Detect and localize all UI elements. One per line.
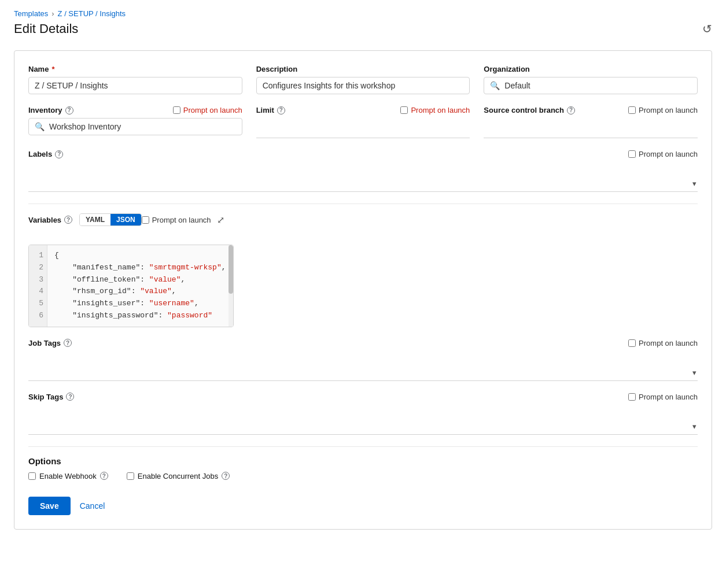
variables-prompt-checkbox[interactable] xyxy=(142,216,149,224)
skip-tags-prompt-checkbox[interactable] xyxy=(628,393,636,401)
row-skip-tags: Skip Tags ? Prompt on launch ▾ xyxy=(28,393,698,435)
description-label-row: Description xyxy=(256,65,470,73)
inventory-help-icon[interactable]: ? xyxy=(65,106,73,114)
labels-help-icon[interactable]: ? xyxy=(55,150,63,158)
breadcrumb-templates[interactable]: Templates xyxy=(14,9,48,18)
json-toggle-btn[interactable]: JSON xyxy=(110,214,141,225)
page-title-row: Edit Details ↺ xyxy=(14,21,712,36)
enable-concurrent-checkbox[interactable] xyxy=(127,472,134,480)
name-label: Name xyxy=(28,65,49,73)
col-source-branch: Source control branch ? Prompt on launch xyxy=(484,106,698,138)
inventory-header: Inventory ? Prompt on launch xyxy=(28,106,242,114)
col-organization: Organization 🔍 xyxy=(484,65,698,94)
labels-caret-icon: ▾ xyxy=(692,179,696,188)
organization-label-row: Organization xyxy=(484,65,698,73)
row-inventory-limit-branch: Inventory ? Prompt on launch 🔍 xyxy=(28,106,698,138)
skip-tags-prompt-label[interactable]: Prompt on launch xyxy=(628,393,698,401)
job-tags-caret-icon: ▾ xyxy=(692,368,696,377)
inventory-prompt-label[interactable]: Prompt on launch xyxy=(173,106,242,114)
save-button[interactable]: Save xyxy=(28,497,71,515)
job-tags-dropdown[interactable]: ▾ xyxy=(28,365,698,381)
options-row: Enable Webhook ? Enable Concurrent Jobs … xyxy=(28,472,698,480)
variables-toggle-group: YAML JSON xyxy=(79,213,142,226)
name-label-row: Name * xyxy=(28,65,242,73)
limit-help-icon[interactable]: ? xyxy=(277,106,285,114)
row-labels: Labels ? Prompt on launch ▾ xyxy=(28,150,698,192)
organization-input-wrapper: 🔍 xyxy=(484,77,698,94)
limit-header: Limit ? Prompt on launch xyxy=(256,106,470,114)
organization-input[interactable] xyxy=(504,81,691,90)
job-tags-help-icon[interactable]: ? xyxy=(64,339,72,347)
skip-tags-label: Skip Tags xyxy=(28,393,63,401)
skip-tags-dropdown[interactable]: ▾ xyxy=(28,419,698,435)
limit-input[interactable] xyxy=(256,121,470,138)
inventory-input[interactable] xyxy=(49,122,236,131)
variables-help-icon[interactable]: ? xyxy=(64,216,72,224)
description-input[interactable] xyxy=(263,81,464,90)
code-lines: 1 2 3 4 5 6 { "manifest_name": "smrtmgmt… xyxy=(29,245,233,327)
name-input[interactable] xyxy=(35,81,236,90)
labels-dropdown[interactable]: ▾ xyxy=(28,176,698,192)
divider-1 xyxy=(28,204,698,204)
source-branch-help-icon[interactable]: ? xyxy=(567,106,575,114)
source-branch-prompt-label[interactable]: Prompt on launch xyxy=(628,106,698,114)
job-tags-label: Job Tags xyxy=(28,339,61,347)
breadcrumb-current[interactable]: Z / SETUP / Insights xyxy=(58,9,126,18)
code-content[interactable]: { "manifest_name": "smrtmgmt-wrksp", "of… xyxy=(47,245,233,327)
enable-webhook-label: Enable Webhook xyxy=(39,472,97,480)
required-star: * xyxy=(51,65,54,73)
variables-label-group: Variables ? YAML JSON xyxy=(28,213,142,226)
job-tags-prompt-checkbox[interactable] xyxy=(628,339,636,347)
col-name: Name * xyxy=(28,65,242,94)
enable-concurrent-help-icon[interactable]: ? xyxy=(222,472,230,480)
inventory-search-icon: 🔍 xyxy=(35,122,45,131)
labels-label: Labels xyxy=(28,150,52,158)
limit-prompt-checkbox[interactable] xyxy=(400,106,408,114)
page-title: Edit Details xyxy=(14,21,78,36)
source-branch-input[interactable] xyxy=(484,121,698,138)
labels-header-row: Labels ? Prompt on launch xyxy=(28,150,698,158)
enable-webhook-option[interactable]: Enable Webhook ? xyxy=(28,472,108,480)
row-job-tags: Job Tags ? Prompt on launch ▾ xyxy=(28,339,698,381)
enable-webhook-help-icon[interactable]: ? xyxy=(100,472,108,480)
variables-code-editor[interactable]: 1 2 3 4 5 6 { "manifest_name": "smrtmgmt… xyxy=(28,245,234,327)
page-wrapper: Templates › Z / SETUP / Insights Edit De… xyxy=(0,0,726,588)
job-tags-header: Job Tags ? Prompt on launch xyxy=(28,339,698,347)
row-variables: Variables ? YAML JSON Prompt on launch ⤢ xyxy=(28,213,698,327)
line-numbers: 1 2 3 4 5 6 xyxy=(29,245,47,327)
inventory-prompt-checkbox[interactable] xyxy=(173,106,180,114)
yaml-toggle-btn[interactable]: YAML xyxy=(80,214,110,225)
variables-prompt-label[interactable]: Prompt on launch xyxy=(142,216,211,224)
inventory-label: Inventory xyxy=(28,106,62,114)
code-scrollbar-track[interactable] xyxy=(229,245,233,327)
job-tags-prompt-label[interactable]: Prompt on launch xyxy=(628,339,698,347)
labels-prompt-label[interactable]: Prompt on launch xyxy=(628,150,698,158)
col-description: Description xyxy=(256,65,470,94)
limit-label-group: Limit ? xyxy=(256,106,285,114)
description-label: Description xyxy=(256,65,298,73)
revert-icon[interactable]: ↺ xyxy=(702,22,712,36)
cancel-button[interactable]: Cancel xyxy=(80,501,105,511)
form-card: Name * Description Organization xyxy=(14,50,712,530)
name-input-wrapper xyxy=(28,77,242,94)
labels-prompt-checkbox[interactable] xyxy=(628,150,636,158)
skip-tags-header: Skip Tags ? Prompt on launch xyxy=(28,393,698,401)
limit-prompt-label[interactable]: Prompt on launch xyxy=(400,106,470,114)
source-branch-prompt-checkbox[interactable] xyxy=(628,106,636,114)
breadcrumb: Templates › Z / SETUP / Insights xyxy=(14,9,712,18)
enable-concurrent-label: Enable Concurrent Jobs xyxy=(138,472,218,480)
variables-header-row: Variables ? YAML JSON Prompt on launch ⤢ xyxy=(28,213,224,226)
options-title: Options xyxy=(28,456,698,466)
source-branch-label: Source control branch xyxy=(484,106,564,114)
col-limit: Limit ? Prompt on launch xyxy=(256,106,470,138)
enable-concurrent-option[interactable]: Enable Concurrent Jobs ? xyxy=(127,472,230,480)
expand-icon[interactable]: ⤢ xyxy=(217,215,224,225)
options-section: Options Enable Webhook ? Enable Concurre… xyxy=(28,456,698,480)
description-input-wrapper xyxy=(256,77,470,94)
enable-webhook-checkbox[interactable] xyxy=(28,472,36,480)
skip-tags-help-icon[interactable]: ? xyxy=(66,393,74,401)
skip-tags-label-group: Skip Tags ? xyxy=(28,393,74,401)
inventory-input-wrapper: 🔍 xyxy=(28,118,242,135)
code-scrollbar-thumb xyxy=(229,245,233,294)
organization-search-icon: 🔍 xyxy=(490,81,500,90)
